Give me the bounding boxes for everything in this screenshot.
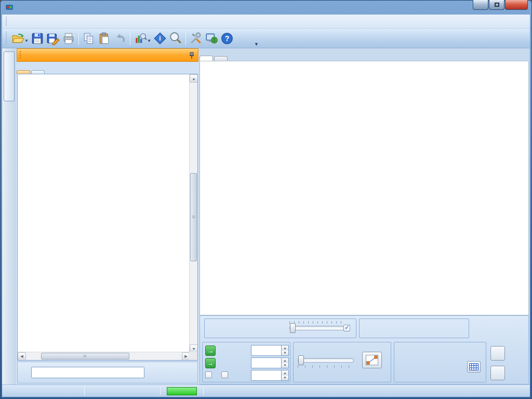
menu-bar xyxy=(2,15,530,29)
display-options-group xyxy=(394,342,486,382)
app-window: ▼ ▼ i ? ▼ xyxy=(0,0,532,399)
title-bar[interactable] xyxy=(0,0,532,15)
checkbox-relative[interactable] xyxy=(221,371,231,378)
scroll-left-arrow[interactable]: ◀ xyxy=(18,352,26,361)
interpolation-button[interactable] xyxy=(362,352,382,368)
online-update-button[interactable] xyxy=(204,31,219,46)
help-button[interactable]: ? xyxy=(219,31,235,46)
tab-filter[interactable] xyxy=(31,70,45,74)
diagonal-line-icon xyxy=(366,355,378,365)
checkbox-3d[interactable] xyxy=(343,325,353,331)
print-button[interactable] xyxy=(61,31,76,46)
surface-chart[interactable] xyxy=(200,61,529,315)
paste-icon xyxy=(98,32,111,45)
scrollbar-corner xyxy=(189,352,197,360)
spin-down-icon: ▼ xyxy=(282,376,288,381)
zoom-preview-button[interactable] xyxy=(168,31,183,46)
calibration-tabs xyxy=(17,62,46,74)
scroll-thumb[interactable] xyxy=(190,173,197,261)
svg-text:i: i xyxy=(159,35,161,42)
spin-up-icon: ▲ xyxy=(282,370,288,376)
chart-controls: → ▲▼ → ▲▼ ▲▼ xyxy=(200,315,529,384)
help-icon: ? xyxy=(220,32,234,45)
spin-up-icon: ▲ xyxy=(282,345,288,351)
calibration-panel: ▲ ▼ ◀ ▶ xyxy=(16,48,199,384)
copy-icon xyxy=(82,32,96,45)
tools-icon xyxy=(189,32,203,45)
chart-icon xyxy=(134,32,147,45)
toolbar: ▼ ▼ i ? ▼ xyxy=(2,29,530,48)
copy-button[interactable] xyxy=(81,31,97,46)
paste-button[interactable] xyxy=(97,31,112,46)
change-by-input[interactable] xyxy=(251,357,281,368)
pedal-slider[interactable] xyxy=(289,321,344,330)
scroll-up-arrow[interactable]: ▲ xyxy=(190,74,198,83)
apply-change-button[interactable]: → xyxy=(205,358,216,368)
client-area: ▼ ▼ i ? ▼ xyxy=(2,15,530,397)
spin-up-icon: ▲ xyxy=(282,358,288,363)
zoom-110-icon xyxy=(169,32,182,45)
relative-spinner[interactable]: ▲▼ xyxy=(251,370,289,381)
smoothing-slider-thumb[interactable] xyxy=(298,355,304,365)
surface-chart-svg xyxy=(200,61,528,315)
comments-tab[interactable] xyxy=(4,51,15,101)
close-button[interactable] xyxy=(505,0,528,10)
chart-panel: → ▲▼ → ▲▼ ▲▼ xyxy=(200,48,529,384)
calibration-header[interactable] xyxy=(17,48,198,62)
search-row xyxy=(17,362,198,383)
set-to-input[interactable] xyxy=(251,345,281,356)
maximize-button[interactable] xyxy=(489,0,504,10)
slider-ticks xyxy=(289,321,344,324)
save-button[interactable] xyxy=(30,31,45,46)
toolbar-grip[interactable] xyxy=(5,32,7,45)
tab-all[interactable] xyxy=(17,70,30,74)
search-input[interactable] xyxy=(31,367,144,378)
pedal-slider-group xyxy=(204,318,356,338)
x-axis-button[interactable] xyxy=(490,346,505,361)
pedal-slider-thumb[interactable] xyxy=(290,323,296,333)
svg-text:?: ? xyxy=(225,34,230,43)
chart-view-button[interactable] xyxy=(132,31,148,46)
undo-icon xyxy=(113,32,127,45)
toolbar-separator xyxy=(130,32,130,45)
slider-ticks xyxy=(298,365,354,368)
save-as-icon xyxy=(46,32,60,45)
calibration-tree xyxy=(18,74,189,353)
smoothing-group xyxy=(293,342,391,382)
app-icon xyxy=(5,3,14,11)
toolbar-overflow-icon[interactable]: ▼ xyxy=(254,42,259,47)
toolbar-grip[interactable] xyxy=(5,17,7,26)
minimize-button[interactable] xyxy=(473,0,488,10)
open-file-button[interactable] xyxy=(10,31,25,46)
smoothing-slider[interactable] xyxy=(298,358,354,368)
set-value-group: → ▲▼ → ▲▼ ▲▼ xyxy=(202,342,290,382)
save-as-button[interactable] xyxy=(45,31,61,46)
z-axis-button[interactable] xyxy=(490,366,505,380)
tab-table[interactable] xyxy=(214,56,228,61)
tree-vertical-scrollbar[interactable]: ▲ ▼ xyxy=(189,74,197,353)
toolbar-separator xyxy=(78,32,79,45)
print-icon xyxy=(62,32,75,45)
monitor-globe-icon xyxy=(205,32,218,45)
progress-indicator xyxy=(167,387,197,395)
set-to-spinner[interactable]: ▲▼ xyxy=(251,345,289,356)
scroll-thumb[interactable] xyxy=(41,353,129,360)
info-button[interactable]: i xyxy=(152,31,168,46)
change-by-spinner[interactable]: ▲▼ xyxy=(251,357,289,368)
relative-input[interactable] xyxy=(251,370,281,381)
spin-down-icon: ▼ xyxy=(282,363,288,368)
undo-button[interactable] xyxy=(112,31,128,46)
apply-set-button[interactable]: → xyxy=(205,345,216,356)
pin-icon[interactable] xyxy=(189,52,195,59)
chart-dropdown-arrow[interactable]: ▼ xyxy=(147,38,151,43)
tree-horizontal-scrollbar[interactable]: ◀ ▶ xyxy=(18,352,190,360)
open-folder-icon xyxy=(11,32,24,45)
tools-button[interactable] xyxy=(188,31,204,46)
calibration-tree-box: ▲ ▼ ◀ ▶ xyxy=(17,74,198,361)
table-grid-icon xyxy=(469,363,478,370)
status-bar xyxy=(2,384,530,397)
main-area: ▲ ▼ ◀ ▶ xyxy=(2,48,530,384)
checkbox-percent[interactable] xyxy=(205,371,215,378)
open-dropdown-arrow[interactable]: ▼ xyxy=(24,38,29,43)
grid-edit-button[interactable] xyxy=(467,361,481,373)
